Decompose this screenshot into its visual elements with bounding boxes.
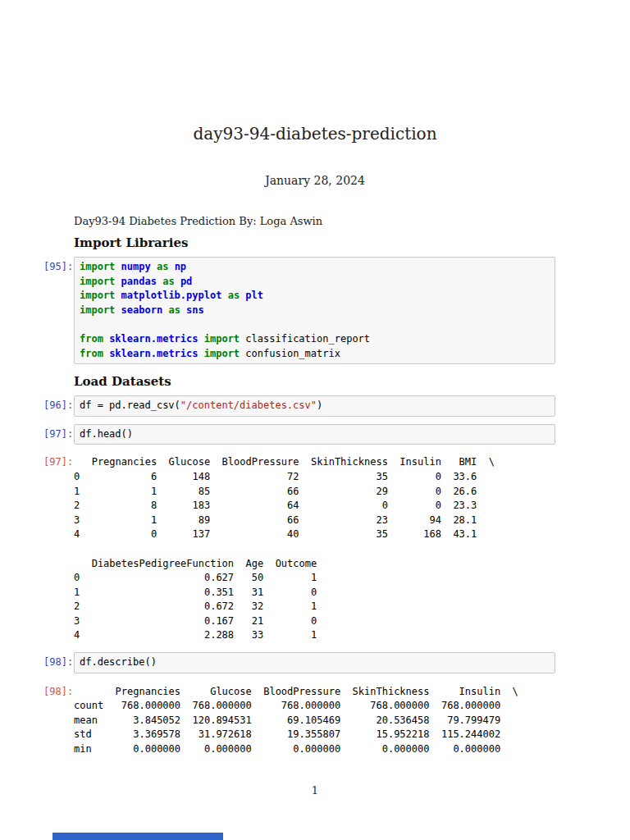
code-box-95: import numpy as npimport pandas as pdimp… [74,257,555,364]
page-bottom-blue-bar [52,833,223,840]
code-line [80,317,550,332]
page-number: 1 [0,784,630,797]
in-prompt-95: [95]: [43,257,74,275]
code-cell-95: [95]: import numpy as npimport pandas as… [43,257,555,364]
code-line: import seaborn as sns [80,304,550,318]
code-line: import numpy as np [80,260,550,275]
code-cell-96: [96]: df = pd.read_csv("/content/diabete… [43,395,555,417]
out-prompt-98: [98]: [43,685,74,700]
code-line: from sklearn.metrics import classificati… [80,332,550,347]
in-prompt-96: [96]: [43,395,74,413]
heading-load-datasets: Load Datasets [74,374,555,390]
notebook-content: Day93-94 Diabetes Prediction By: Loga As… [0,214,630,757]
dataframe-head-output: Pregnancies Glucose BloodPressure SkinTh… [74,455,555,643]
code-box-98: df.describe() [74,652,555,673]
title-block: day93-94-diabetes-prediction January 28,… [0,0,630,188]
document-date: January 28, 2024 [0,174,630,188]
code-cell-98: [98]: df.describe() [43,652,555,673]
pdf-page: day93-94-diabetes-prediction January 28,… [0,0,630,840]
output-cell-98: [98]: Pregnancies Glucose BloodPressure … [43,685,555,757]
byline: Day93-94 Diabetes Prediction By: Loga As… [74,214,555,228]
code-line: df.describe() [80,655,550,670]
code-line: df = pd.read_csv("/content/diabetes.csv"… [80,399,550,413]
dataframe-describe-output: Pregnancies Glucose BloodPressure SkinTh… [74,685,555,757]
code-line: from sklearn.metrics import confusion_ma… [80,347,550,362]
page-title: day93-94-diabetes-prediction [0,123,630,144]
in-prompt-98: [98]: [43,652,74,670]
code-box-96: df = pd.read_csv("/content/diabetes.csv"… [74,395,555,417]
out-prompt-97: [97]: [43,455,74,470]
code-line: import pandas as pd [80,275,550,290]
code-box-97: df.head() [74,424,555,445]
code-line: import matplotlib.pyplot as plt [80,289,550,304]
code-cell-97: [97]: df.head() [43,424,555,445]
heading-import-libraries: Import Libraries [74,235,555,251]
in-prompt-97: [97]: [43,424,74,442]
output-cell-97: [97]: Pregnancies Glucose BloodPressure … [43,455,555,643]
code-line: df.head() [80,427,550,442]
